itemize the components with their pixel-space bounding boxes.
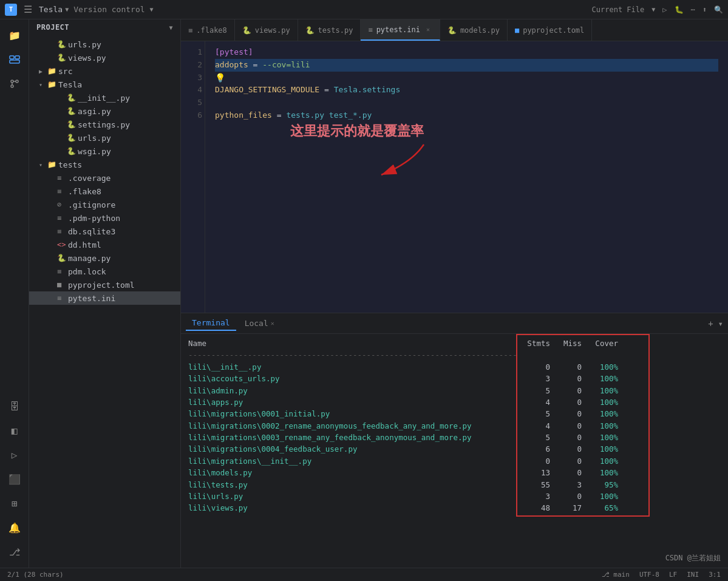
database-icon-bar[interactable]: 🗄: [4, 395, 26, 417]
sidebar-item-pdmlock[interactable]: ≡ pdm.lock: [29, 265, 180, 278]
sidebar-item-views[interactable]: 🐍 views.py: [29, 51, 180, 64]
terminal-dropdown-icon[interactable]: ▾: [718, 319, 723, 328]
sidebar-item-pyproject[interactable]: ■ pyproject.toml: [29, 278, 180, 291]
code-line-5: [215, 97, 718, 109]
status-left: 2/1 (28 chars): [7, 571, 64, 579]
sidebar-item-wsgi[interactable]: 🐍 wsgi.py: [29, 144, 180, 158]
cell-miss: 0: [550, 432, 582, 443]
tab-flake8-icon: ≡: [188, 26, 192, 35]
sidebar-item-pdm[interactable]: ≡ .pdm-python: [29, 211, 180, 225]
sidebar-item-label: dd.html: [68, 240, 101, 250]
search-icon[interactable]: 🔍: [714, 5, 723, 14]
sidebar-item-sqlite[interactable]: ≡ db.sqlite3: [29, 225, 180, 238]
terminal-actions: + ▾: [708, 319, 723, 328]
tab-flake8[interactable]: ≡ .flake8: [181, 19, 235, 41]
right-panel: ≡ .flake8 🐍 views.py 🐍 tests.py ≡ pytest…: [181, 19, 728, 568]
sidebar-item-init[interactable]: 🐍 __init__.py: [29, 91, 180, 104]
chevron-right-icon: ▶: [39, 68, 47, 75]
sidebar-item-label: urls.py: [78, 134, 111, 143]
tab-views[interactable]: 🐍 views.py: [235, 19, 298, 41]
cell-name: lili\migrations\0004_feedback_user.py: [188, 443, 516, 455]
sidebar-item-asgi[interactable]: 🐍 asgi.py: [29, 104, 180, 118]
run-icon[interactable]: ▷: [662, 5, 667, 14]
terminal-tab-local[interactable]: Local ✕: [239, 316, 281, 330]
sidebar-item-gitignore[interactable]: ⊘ .gitignore: [29, 198, 180, 211]
cell-cover: 100%: [582, 396, 618, 408]
debug-icon[interactable]: 🐛: [675, 5, 684, 14]
tab-pytest-close-icon[interactable]: ✕: [424, 25, 432, 34]
tab-tests[interactable]: 🐍 tests.py: [298, 19, 361, 41]
sidebar-item-settings[interactable]: 🐍 settings.py: [29, 118, 180, 131]
version-control-label[interactable]: Version control: [73, 5, 145, 14]
share-icon[interactable]: ⬆: [702, 5, 707, 14]
notification-icon-bar[interactable]: 🔔: [4, 517, 26, 539]
chevron-down-icon: ▾: [39, 81, 47, 88]
hamburger-icon[interactable]: ☰: [22, 4, 34, 16]
sidebar-item-label: .coverage: [68, 174, 111, 183]
terminal-local-close-icon[interactable]: ✕: [271, 320, 274, 327]
sidebar-item-flake8[interactable]: ≡ .flake8: [29, 185, 180, 198]
sidebar-item-src[interactable]: ▶ 📁 src: [29, 64, 180, 78]
editor-content[interactable]: [pytest] addopts = --cov=lili 💡 DJANGO_S…: [205, 41, 728, 313]
add-terminal-icon[interactable]: +: [708, 319, 713, 328]
sidebar-item-label: asgi.py: [78, 107, 111, 116]
tab-pytest[interactable]: ≡ pytest.ini ✕: [361, 19, 440, 41]
sidebar-chevron-icon: ▼: [169, 24, 173, 31]
main-layout: 📁 🗄 ◧ ▷ ⬛ ⊞ 🔔 ⎇: [0, 19, 728, 568]
layers-icon-bar[interactable]: ◧: [4, 420, 26, 441]
cell-stmts: 13: [516, 467, 550, 478]
table-row: lili\views.py 48 17 65%: [188, 502, 721, 514]
folder-icon-bar[interactable]: 📁: [4, 24, 26, 46]
top-bar: T ☰ Tesla ▼ Version control ▼ Current Fi…: [0, 0, 728, 19]
line-num-4: 4: [183, 84, 202, 97]
sidebar-tree[interactable]: 🐍 urls.py 🐍 views.py ▶ 📁 src ▾ 📁 Tesla: [29, 35, 180, 568]
cell-stmts: 4: [516, 420, 550, 432]
sidebar-item-urls-1[interactable]: 🐍 urls.py: [29, 38, 180, 51]
tab-models[interactable]: 🐍 models.py: [440, 19, 508, 41]
tab-tests-icon: 🐍: [305, 26, 315, 35]
line-numbers: 1 2 3 4 5 6: [181, 41, 205, 313]
table-row: lili\migrations\__init__.py 0 0 100%: [188, 455, 721, 467]
tab-pyproject[interactable]: ■ pyproject.toml: [508, 19, 592, 41]
folder-icon: 📁: [47, 67, 58, 75]
project-icon-bar[interactable]: [4, 49, 26, 70]
sidebar-item-tests[interactable]: ▾ 📁 tests: [29, 158, 180, 171]
coverage-header: Name Stmts Miss Cover: [188, 338, 721, 349]
html-file-icon: <>: [57, 240, 68, 249]
more-icon[interactable]: ⋯: [691, 5, 695, 14]
space: [324, 109, 329, 122]
current-file-label[interactable]: Current File: [592, 5, 645, 14]
cell-name: lili\tests.py: [188, 479, 516, 491]
sidebar-item-label: tests: [58, 160, 82, 169]
git-icon-bar[interactable]: [4, 73, 26, 95]
cell-name: lili\models.py: [188, 467, 516, 478]
col-miss-header: Miss: [550, 338, 582, 349]
table-row: lili\tests.py 55 3 95%: [188, 479, 721, 491]
cell-cover: 100%: [582, 420, 618, 432]
sidebar-item-html[interactable]: <> dd.html: [29, 238, 180, 251]
terminal-content[interactable]: Name Stmts Miss Cover ------------------…: [181, 334, 728, 568]
table-row: lili\migrations\0002_rename_anonymous_fe…: [188, 420, 721, 432]
table-row: lili\urls.py 3 0 100%: [188, 491, 721, 502]
project-title[interactable]: Tesla ▼: [39, 5, 69, 14]
line-num-6: 6: [183, 109, 202, 122]
sidebar-item-manage[interactable]: 🐍 manage.py: [29, 251, 180, 265]
svg-point-5: [11, 85, 13, 87]
terminal-icon-bar[interactable]: ⬛: [4, 468, 26, 490]
top-bar-left: T ☰ Tesla ▼ Version control ▼: [5, 4, 154, 16]
git-changes-icon-bar[interactable]: ⎇: [4, 541, 26, 563]
run-config-icon-bar[interactable]: ▷: [4, 444, 26, 466]
sidebar-item-label: wsgi.py: [78, 147, 111, 156]
sidebar-item-pytest[interactable]: ≡ pytest.ini: [29, 291, 180, 305]
structure-icon-bar[interactable]: ⊞: [4, 492, 26, 514]
line-num-2: 2: [183, 59, 202, 72]
editor-area: 1 2 3 4 5 6 [pytest] addopts = --cov=lil…: [181, 41, 728, 313]
sidebar-item-tesla[interactable]: ▾ 📁 Tesla: [29, 78, 180, 91]
db-file-icon: ≡: [57, 227, 68, 236]
cell-cover: 100%: [582, 491, 618, 502]
sidebar-item-label: urls.py: [68, 40, 101, 49]
sidebar-item-coverage[interactable]: ≡ .coverage: [29, 171, 180, 185]
svg-rect-2: [15, 56, 19, 59]
terminal-tab-main[interactable]: Terminal: [186, 316, 236, 331]
sidebar-item-urls-tesla[interactable]: 🐍 urls.py: [29, 131, 180, 144]
